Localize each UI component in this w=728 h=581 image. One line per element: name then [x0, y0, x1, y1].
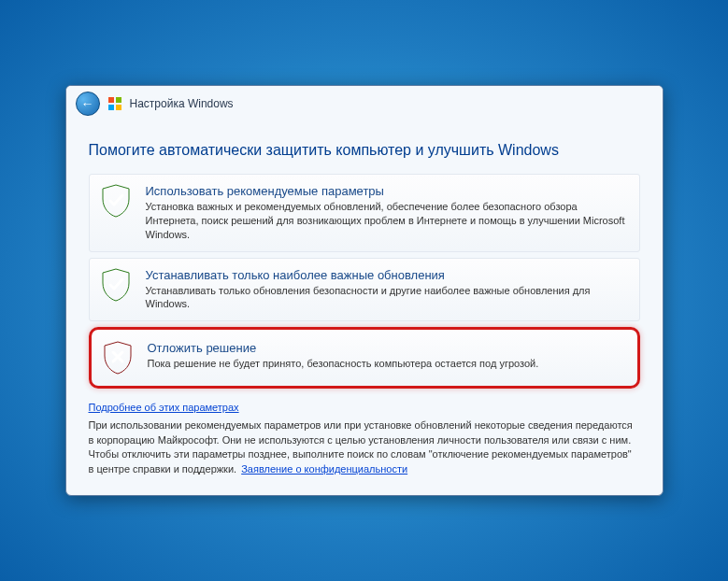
content-area: Помогите автоматически защитить компьюте… [66, 121, 663, 495]
option-title: Отложить решение [148, 341, 628, 355]
titlebar: ← Настройка Windows [66, 86, 663, 121]
setup-window: ← Настройка Windows Помогите автоматичес… [65, 85, 664, 496]
option-important-only[interactable]: Устанавливать только наиболее важные обн… [89, 258, 640, 322]
option-recommended[interactable]: Использовать рекомендуемые параметры Уст… [89, 174, 640, 252]
page-headline: Помогите автоматически защитить компьюте… [89, 142, 640, 159]
option-title: Устанавливать только наиболее важные обн… [146, 268, 630, 282]
privacy-link[interactable]: Заявление о конфиденциальности [241, 463, 407, 475]
option-desc: Устанавливать только обновления безопасн… [146, 284, 630, 312]
option-body: Использовать рекомендуемые параметры Уст… [146, 184, 630, 242]
shield-check-icon [99, 268, 133, 312]
back-arrow-icon: ← [81, 96, 94, 111]
option-body: Отложить решение Пока решение не будет п… [148, 341, 628, 375]
shield-x-icon [101, 341, 135, 375]
back-button[interactable]: ← [76, 92, 100, 116]
option-desc: Установка важных и рекомендуемых обновле… [146, 200, 630, 242]
option-title: Использовать рекомендуемые параметры [146, 184, 630, 198]
option-postpone[interactable]: Отложить решение Пока решение не будет п… [89, 327, 640, 389]
more-info-link[interactable]: Подробнее об этих параметрах [89, 402, 239, 413]
option-body: Устанавливать только наиболее важные обн… [146, 268, 630, 312]
windows-flag-icon [107, 96, 122, 111]
footer-text: При использовании рекомендуемых параметр… [89, 418, 640, 476]
option-desc: Пока решение не будет принято, безопасно… [148, 357, 628, 371]
window-title: Настройка Windows [130, 97, 234, 110]
shield-check-icon [99, 184, 133, 242]
